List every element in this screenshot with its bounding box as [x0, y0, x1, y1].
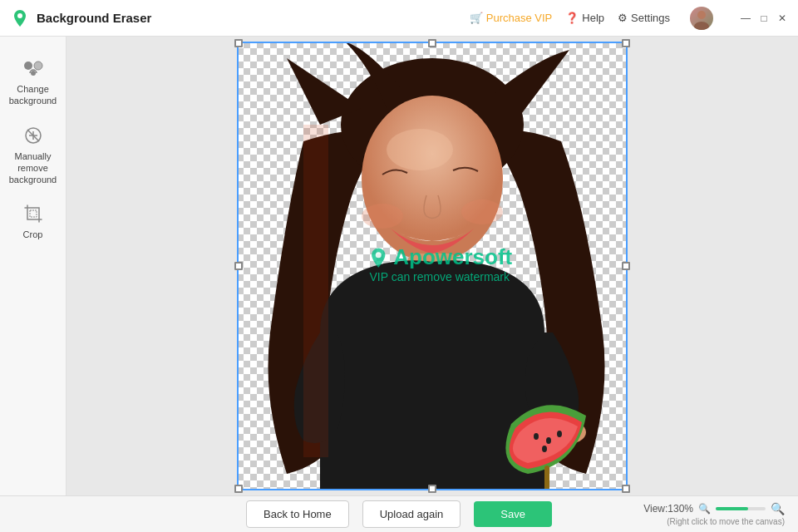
- svg-point-2: [694, 22, 709, 30]
- svg-point-5: [31, 71, 36, 76]
- close-button[interactable]: ✕: [776, 12, 788, 24]
- help-icon: ❓: [565, 12, 579, 24]
- title-bar: Background Eraser 🛒 Purchase VIP ❓ Help …: [0, 0, 798, 37]
- svg-point-9: [362, 96, 503, 262]
- zoom-hint: (Right click to move the canvas): [667, 517, 785, 526]
- zoom-out-icon[interactable]: 🔍: [698, 503, 711, 515]
- title-bar-right: 🛒 Purchase VIP ❓ Help ⚙ Settings — □ ✕: [470, 7, 788, 30]
- svg-point-12: [461, 200, 503, 224]
- purchase-vip-button[interactable]: 🛒 Purchase VIP: [470, 12, 553, 24]
- bottom-bar: Back to Home Upload again Save View:130%…: [0, 495, 798, 532]
- purchase-vip-label: Purchase VIP: [486, 12, 553, 24]
- zoom-control: View:130% 🔍 🔍 (Right click to move the c…: [643, 502, 785, 526]
- zoom-slider[interactable]: [716, 507, 766, 510]
- save-button[interactable]: Save: [474, 501, 552, 527]
- maximize-button[interactable]: □: [758, 12, 770, 24]
- svg-point-10: [387, 129, 453, 170]
- back-to-home-button[interactable]: Back to Home: [246, 500, 349, 528]
- crop-label: Crop: [23, 229, 43, 240]
- svg-rect-7: [30, 210, 37, 217]
- settings-button[interactable]: ⚙ Settings: [618, 12, 670, 24]
- svg-rect-4: [34, 62, 42, 70]
- main-layout: Change background Manually remove backgr…: [0, 37, 798, 495]
- svg-point-11: [362, 204, 403, 229]
- app-logo-icon: [10, 8, 30, 28]
- canvas-area[interactable]: Apowersoft VIP can remove watermark: [66, 37, 798, 495]
- sidebar: Change background Manually remove backgr…: [0, 37, 66, 495]
- window-controls: — □ ✕: [740, 12, 788, 24]
- change-background-label: Change background: [8, 83, 58, 107]
- title-bar-left: Background Eraser: [10, 8, 470, 28]
- minimize-button[interactable]: —: [740, 12, 751, 24]
- svg-point-18: [542, 446, 547, 452]
- manually-remove-icon: [22, 124, 45, 147]
- svg-point-16: [546, 437, 551, 444]
- zoom-label: View:130%: [643, 503, 693, 515]
- settings-icon: ⚙: [618, 12, 628, 24]
- edited-image: [237, 42, 628, 490]
- help-label: Help: [582, 12, 604, 24]
- svg-rect-20: [303, 125, 328, 457]
- upload-again-button[interactable]: Upload again: [362, 500, 461, 528]
- cart-icon: 🛒: [470, 12, 483, 24]
- manually-remove-label: Manually remove background: [8, 150, 58, 186]
- image-container: Apowersoft VIP can remove watermark: [237, 42, 628, 490]
- app-title: Background Eraser: [37, 11, 151, 25]
- svg-rect-3: [24, 62, 32, 70]
- sidebar-item-crop[interactable]: Crop: [5, 195, 62, 247]
- crop-icon: [22, 202, 45, 225]
- zoom-top: View:130% 🔍 🔍: [643, 502, 785, 515]
- sidebar-item-change-background[interactable]: Change background: [5, 50, 62, 114]
- avatar[interactable]: [690, 7, 713, 30]
- svg-point-15: [534, 433, 539, 440]
- svg-point-1: [697, 11, 706, 19]
- svg-rect-19: [544, 466, 549, 490]
- change-background-icon: [22, 57, 45, 80]
- sidebar-item-manually-remove[interactable]: Manually remove background: [5, 117, 62, 193]
- help-button[interactable]: ❓ Help: [565, 12, 604, 24]
- zoom-in-icon[interactable]: 🔍: [771, 502, 785, 515]
- svg-point-17: [557, 431, 562, 437]
- svg-point-0: [17, 13, 22, 18]
- settings-label: Settings: [631, 12, 670, 24]
- zoom-slider-fill: [716, 507, 748, 510]
